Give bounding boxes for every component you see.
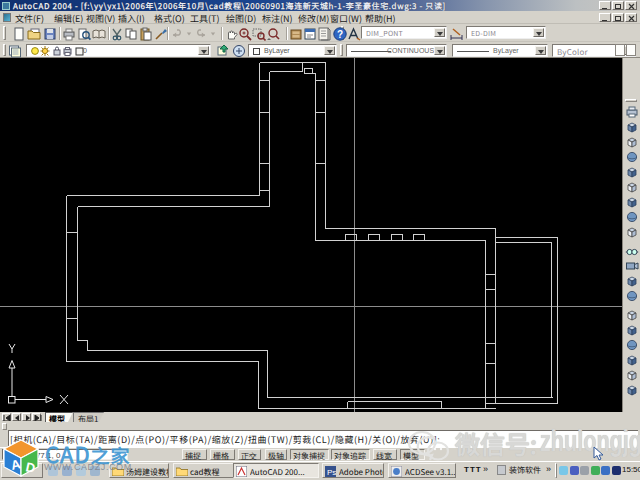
svg-text:D: D [24, 459, 36, 476]
svg-text:Ps: Ps [327, 468, 336, 477]
svg-text:?: ? [337, 29, 343, 40]
